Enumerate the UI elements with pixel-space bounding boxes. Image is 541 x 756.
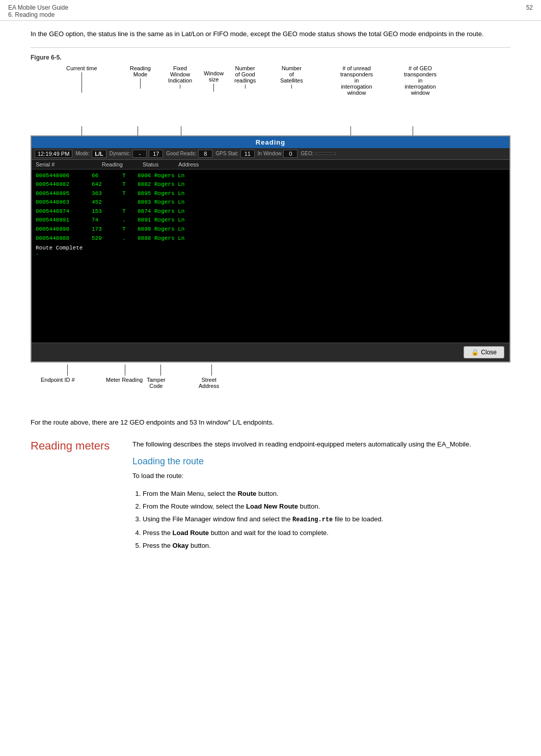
device-table-body: 0005448906 66 T 8906 Rogers Ln 000544888… <box>32 170 509 343</box>
time-field: 12:19:49 PM <box>35 150 72 158</box>
col-header-serial: Serial # <box>36 161 102 167</box>
list-item: From the Route window, select the Load N… <box>143 500 510 512</box>
gps-stat-label: GPS Stat: <box>215 151 238 156</box>
page-number: 52 <box>526 4 533 18</box>
arrow-endpoint-up <box>67 365 68 376</box>
geo-label: GEO: <box>301 151 313 156</box>
guide-title: EA Mobile User Guide <box>8 4 68 11</box>
route-complete-text: Route Complete <box>36 245 505 251</box>
table-row: 0005448874 153 T 8874 Rogers Ln <box>36 207 505 216</box>
arrow-current-time <box>82 72 82 93</box>
device-frame: Reading 12:19:49 PM Mode: L/L Dynamic: -… <box>31 135 510 362</box>
mode-value: L/L <box>92 150 106 158</box>
status-4: T <box>122 207 138 216</box>
arrow-reading-mode <box>140 78 141 89</box>
arrow-good-readings <box>245 85 246 89</box>
mode-label: Mode: <box>75 151 90 156</box>
reading-5: 74 <box>92 216 122 225</box>
header-left: EA Mobile User Guide 6. Reading mode <box>8 4 68 18</box>
reading-0: 66 <box>92 172 122 181</box>
table-row: 0005448882 642 T 8882 Rogers Ln <box>36 180 505 189</box>
address-7: 8888 Rogers Ln <box>138 234 505 243</box>
serial-0: 0005448906 <box>36 172 92 181</box>
arrow-street-up <box>211 365 212 376</box>
address-3: 8863 Rogers Ln <box>138 198 505 207</box>
table-row: 0005448906 66 T 8906 Rogers Ln <box>36 172 505 181</box>
arrow-fixed-window <box>180 85 180 89</box>
geo-field: GEO: <box>301 151 336 156</box>
address-2: 8895 Rogers Ln <box>138 189 505 199</box>
table-row: 0005448891 74 . 8891 Rogers Ln <box>36 216 505 225</box>
dynamic-field: Dynamic: - 17 <box>110 150 164 158</box>
annot-window-size: Window size <box>204 70 224 93</box>
steps-list: From the Main Menu, select the Route but… <box>143 488 510 552</box>
status-5: . <box>122 216 138 225</box>
address-5: 8891 Rogers Ln <box>138 216 505 225</box>
annot-fixed-window: Fixed Window Indication <box>168 65 192 90</box>
in-window-field: In Window 0 <box>258 150 298 158</box>
reading-7: 529 <box>92 234 122 243</box>
chapter-label: 6. Reading mode <box>8 11 68 18</box>
annot-num-satellites: Number of Satellites <box>280 65 303 90</box>
serial-6: 0005448898 <box>36 225 92 234</box>
annotation-arrows-mid <box>31 126 510 135</box>
serial-1: 0005448882 <box>36 180 92 189</box>
status-6: T <box>122 225 138 234</box>
section-body: The following describes the steps involv… <box>132 439 510 450</box>
arrow-window-size <box>213 83 214 92</box>
good-reads-value: 8 <box>198 150 212 158</box>
section-divider <box>31 47 510 48</box>
figure-caption: For the route above, there are 12 GEO en… <box>31 417 510 428</box>
reading-2: 363 <box>92 189 122 199</box>
arrow-meter-up <box>125 365 125 376</box>
close-label: Close <box>481 349 497 356</box>
table-row: 0005448888 529 . 8888 Rogers Ln <box>36 234 505 243</box>
address-0: 8906 Rogers Ln <box>138 172 505 181</box>
serial-4: 0005448874 <box>36 207 92 216</box>
serial-2: 0005448895 <box>36 189 92 199</box>
lock-icon: 🔒 <box>471 349 479 356</box>
arrow-geo-lower <box>413 126 413 135</box>
reading-3: 452 <box>92 198 122 207</box>
table-header-row: Serial # Reading Status Address <box>32 160 509 170</box>
page-content: In the GEO option, the status line is th… <box>0 21 541 561</box>
annot-tamper-code: TamperCode <box>147 377 166 389</box>
dynamic-value: 17 <box>149 150 163 158</box>
device-header-bar: Reading <box>32 136 509 148</box>
arrow-fw-lower <box>181 126 181 135</box>
annot-reading-mode: Reading Mode <box>130 65 151 90</box>
intro-paragraph: In the GEO option, the status line is th… <box>31 29 510 39</box>
good-reads-label: Good Reads: <box>166 151 196 156</box>
arrow-ct-lower <box>82 126 82 135</box>
annot-geo-transponders: # of GEO transponders in interrogation w… <box>392 65 448 96</box>
serial-3: 0005448863 <box>36 198 92 207</box>
status-0: T <box>122 172 138 181</box>
time-value: 12:19:49 PM <box>35 150 72 158</box>
reading-4: 153 <box>92 207 122 216</box>
close-button[interactable]: 🔒 Close <box>464 346 504 358</box>
gps-stat-field: GPS Stat: 11 <box>215 150 254 158</box>
status-3 <box>122 198 138 207</box>
figure-label: Figure 6-5. <box>31 54 510 61</box>
device-footer: 🔒 Close <box>32 343 509 361</box>
col-header-status: Status <box>143 161 178 167</box>
arrow-rm-lower <box>138 126 138 135</box>
in-window-value: 0 <box>283 150 297 158</box>
col-header-reading: Reading <box>102 161 143 167</box>
device-status-bar: 12:19:49 PM Mode: L/L Dynamic: - 17 Good… <box>32 148 509 160</box>
annot-endpoint-id: Endpoint ID # <box>41 377 75 383</box>
table-row: 0005448898 173 T 8898 Rogers Ln <box>36 225 505 234</box>
subsection-heading: Loading the route <box>132 456 510 467</box>
list-item: Using the File Manager window find and s… <box>143 513 510 526</box>
arrow-satellites <box>291 85 292 89</box>
dynamic-label: Dynamic: <box>110 151 131 156</box>
col-header-address: Address <box>178 161 505 167</box>
dynamic-dash: - <box>132 150 147 158</box>
annot-current-time: Current time <box>66 65 97 94</box>
top-annotations: Current time Reading Mode Fixed Window I… <box>31 65 510 126</box>
address-6: 8898 Rogers Ln <box>138 225 505 234</box>
geo-value <box>315 153 336 155</box>
reading-1: 642 <box>92 180 122 189</box>
section-sidebar: Reading meters <box>31 439 132 553</box>
reading-6: 173 <box>92 225 122 234</box>
